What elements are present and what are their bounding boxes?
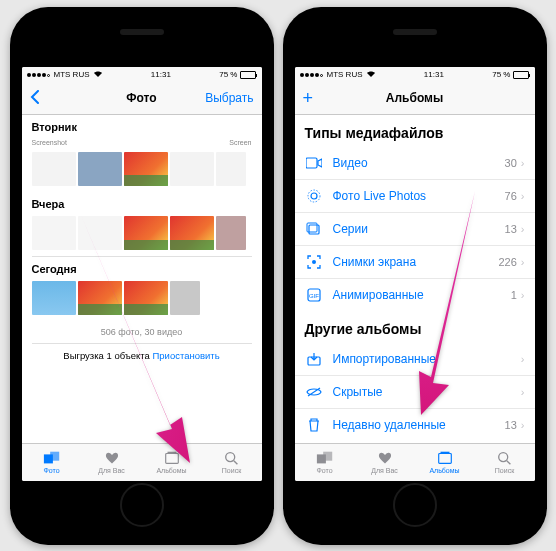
signal-icon <box>27 70 51 79</box>
add-button[interactable]: + <box>303 91 314 105</box>
tab-bar: Фото Для Вас Альбомы Поиск <box>295 443 535 481</box>
photo-thumb[interactable] <box>124 216 168 250</box>
row-label: Серии <box>333 222 505 236</box>
row-screenshots[interactable]: Снимки экрана 226 › <box>295 246 535 279</box>
section-media-types: Типы медиафайлов <box>295 115 535 147</box>
row-label: Скрытые <box>333 385 521 399</box>
nav-bar: + Альбомы <box>295 83 535 115</box>
select-button[interactable]: Выбрать <box>205 91 253 105</box>
row-count: 13 <box>505 419 517 431</box>
tab-albums[interactable]: Альбомы <box>142 444 202 481</box>
photos-content[interactable]: Вторник ScreenshotScreen Вчера С <box>22 115 262 443</box>
chevron-right-icon: › <box>521 353 525 365</box>
burst-icon <box>305 220 323 238</box>
svg-rect-17 <box>323 452 332 461</box>
svg-rect-1 <box>50 452 59 461</box>
section-today: Сегодня <box>22 257 262 279</box>
tab-label: Альбомы <box>156 467 186 474</box>
row-hidden[interactable]: Скрытые › <box>295 376 535 409</box>
chevron-right-icon: › <box>521 289 525 301</box>
tab-photos[interactable]: Фото <box>22 444 82 481</box>
svg-point-20 <box>498 453 507 462</box>
search-icon <box>223 450 241 466</box>
back-button[interactable] <box>30 90 40 107</box>
tab-foryou[interactable]: Для Вас <box>82 444 142 481</box>
photo-thumb[interactable] <box>170 281 200 315</box>
svg-text:GIF: GIF <box>309 293 319 299</box>
heart-icon <box>376 450 394 466</box>
tab-label: Поиск <box>495 467 514 474</box>
row-video[interactable]: Видео 30 › <box>295 147 535 180</box>
tuesday-label-row: ScreenshotScreen <box>22 137 262 150</box>
photo-thumb[interactable] <box>32 281 76 315</box>
battery-icon <box>240 71 256 79</box>
live-photos-icon <box>305 187 323 205</box>
row-bursts[interactable]: Серии 13 › <box>295 213 535 246</box>
photo-thumb[interactable] <box>124 281 168 315</box>
row-imported[interactable]: Импортированные › <box>295 343 535 376</box>
upload-status: Выгрузка 1 объекта Приостановить <box>32 343 252 369</box>
chevron-right-icon: › <box>521 419 525 431</box>
row-recently-deleted[interactable]: Недавно удаленные 13 › <box>295 409 535 441</box>
tab-label: Альбомы <box>429 467 459 474</box>
row-live-photos[interactable]: Фото Live Photos 76 › <box>295 180 535 213</box>
row-label: Снимки экрана <box>333 255 499 269</box>
albums-icon <box>163 450 181 466</box>
row-label: Импортированные <box>333 352 521 366</box>
screenshot-icon <box>305 253 323 271</box>
tab-search[interactable]: Поиск <box>202 444 262 481</box>
albums-content[interactable]: Типы медиафайлов Видео 30 › Фото Live Ph… <box>295 115 535 443</box>
chevron-right-icon: › <box>521 190 525 202</box>
photo-thumb[interactable] <box>78 281 122 315</box>
tab-foryou[interactable]: Для Вас <box>355 444 415 481</box>
tab-albums[interactable]: Альбомы <box>415 444 475 481</box>
row-count: 30 <box>505 157 517 169</box>
nav-title: Альбомы <box>295 91 535 105</box>
photo-thumb[interactable] <box>124 152 168 186</box>
tab-search[interactable]: Поиск <box>475 444 535 481</box>
row-count: 76 <box>505 190 517 202</box>
svg-point-8 <box>308 190 320 202</box>
tab-label: Поиск <box>222 467 241 474</box>
row-label: Фото Live Photos <box>333 189 505 203</box>
svg-point-11 <box>312 260 316 264</box>
wifi-icon <box>93 70 103 80</box>
photo-thumb[interactable] <box>170 216 214 250</box>
row-animated[interactable]: GIF Анимированные 1 › <box>295 279 535 311</box>
photo-thumb[interactable] <box>32 216 76 250</box>
svg-rect-2 <box>165 454 178 464</box>
row-count: 1 <box>511 289 517 301</box>
row-label: Анимированные <box>333 288 511 302</box>
video-icon <box>305 154 323 172</box>
import-icon <box>305 350 323 368</box>
svg-rect-6 <box>306 158 317 168</box>
row-count: 13 <box>505 223 517 235</box>
photo-thumb[interactable] <box>216 152 246 186</box>
svg-point-7 <box>311 193 317 199</box>
nav-bar: Фото Выбрать <box>22 83 262 115</box>
photo-thumb[interactable] <box>78 216 122 250</box>
phone-left: MTS RUS 11:31 75 % Фото Выбрать Вторник … <box>10 7 274 545</box>
battery-pct: 75 % <box>492 70 510 79</box>
photo-count-summary: 506 фото, 30 видео <box>22 321 262 339</box>
tuesday-thumbs <box>22 150 262 192</box>
wifi-icon <box>366 70 376 80</box>
photo-thumb[interactable] <box>32 152 76 186</box>
screen: MTS RUS 11:31 75 % Фото Выбрать Вторник … <box>22 67 262 481</box>
animated-icon: GIF <box>305 286 323 304</box>
photo-thumb[interactable] <box>216 216 246 250</box>
photo-thumb[interactable] <box>170 152 214 186</box>
photos-icon <box>316 450 334 466</box>
svg-rect-18 <box>438 454 451 464</box>
tab-photos[interactable]: Фото <box>295 444 355 481</box>
clock: 11:31 <box>424 70 444 79</box>
tab-label: Фото <box>316 467 332 474</box>
pause-upload-button[interactable]: Приостановить <box>153 350 220 361</box>
trash-icon <box>305 416 323 434</box>
clock: 11:31 <box>151 70 171 79</box>
tab-label: Для Вас <box>98 467 125 474</box>
tab-label: Фото <box>43 467 59 474</box>
chevron-right-icon: › <box>521 386 525 398</box>
section-yesterday: Вчера <box>22 192 262 214</box>
photo-thumb[interactable] <box>78 152 122 186</box>
